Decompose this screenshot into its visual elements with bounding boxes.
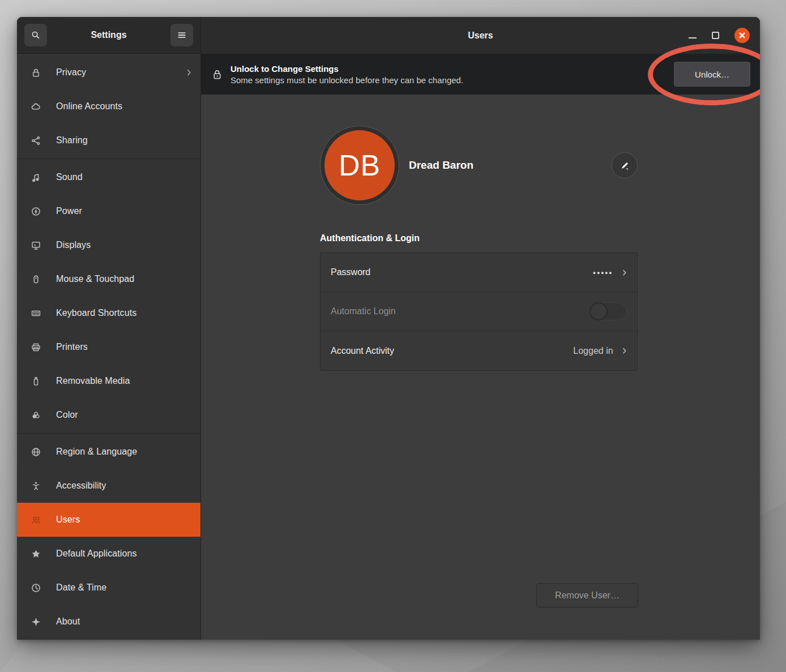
pencil-icon xyxy=(620,161,630,170)
page-title: Users xyxy=(468,31,493,41)
sidebar-item-online-accounts[interactable]: Online Accounts xyxy=(17,89,200,123)
power-icon xyxy=(31,206,42,217)
banner-text: Unlock to Change Settings Some settings … xyxy=(230,64,463,85)
avatar[interactable]: DB xyxy=(320,126,399,205)
automatic-login-row: Automatic Login xyxy=(321,292,637,331)
users-content: DB Dread Baron Authentication & Login xyxy=(201,95,760,640)
password-row[interactable]: Password ••••• › xyxy=(321,253,637,292)
unlock-banner: Unlock to Change Settings Some settings … xyxy=(201,54,760,95)
banner-title: Unlock to Change Settings xyxy=(230,64,463,74)
desktop-background: Settings Privacy › Online Accounts xyxy=(0,0,786,672)
window-controls xyxy=(689,17,750,54)
auth-login-card: Password ••••• › Automatic Login xyxy=(320,252,638,371)
clock-icon xyxy=(31,582,42,593)
sidebar-item-default-applications[interactable]: Default Applications xyxy=(17,537,200,571)
cloud-icon xyxy=(31,101,42,112)
music-note-icon xyxy=(31,172,42,183)
sidebar-item-date-time[interactable]: Date & Time xyxy=(17,571,200,605)
close-button[interactable] xyxy=(734,28,750,43)
printer-icon xyxy=(31,341,42,353)
chevron-right-icon: › xyxy=(622,344,627,357)
sidebar-item-accessibility[interactable]: Accessibility xyxy=(17,469,200,503)
usb-drive-icon xyxy=(31,375,42,387)
keyboard-icon xyxy=(31,307,42,319)
banner-subtitle: Some settings must be unlocked before th… xyxy=(230,75,463,85)
sidebar-item-color[interactable]: Color xyxy=(17,398,200,432)
automatic-login-toggle[interactable] xyxy=(590,302,627,320)
chevron-right-icon: › xyxy=(622,266,627,279)
sidebar-item-sharing[interactable]: Sharing xyxy=(17,123,200,157)
globe-icon xyxy=(31,446,42,457)
sidebar-divider xyxy=(17,433,200,434)
share-icon xyxy=(31,135,42,146)
sidebar-item-printers[interactable]: Printers xyxy=(17,330,200,364)
sidebar-item-users[interactable]: Users xyxy=(17,503,200,537)
user-name: Dread Baron xyxy=(409,159,473,172)
lock-icon xyxy=(31,67,42,78)
minimize-button[interactable] xyxy=(689,37,697,38)
accessibility-icon xyxy=(31,480,42,491)
star-icon xyxy=(31,548,42,559)
password-dots: ••••• xyxy=(593,268,613,277)
sidebar-item-removable-media[interactable]: Removable Media xyxy=(17,364,200,398)
main-panel: Users Unlock to Change Settings xyxy=(201,17,760,640)
lock-icon xyxy=(211,69,223,80)
sidebar-item-region-language[interactable]: Region & Language xyxy=(17,435,200,469)
search-button[interactable] xyxy=(24,24,47,46)
headerbar: Users xyxy=(201,17,760,54)
sidebar-item-keyboard-shortcuts[interactable]: Keyboard Shortcuts xyxy=(17,296,200,330)
color-circles-icon xyxy=(31,409,42,421)
user-header-row: DB Dread Baron xyxy=(320,126,638,205)
users-icon xyxy=(31,514,42,525)
sidebar-title: Settings xyxy=(91,30,126,40)
hamburger-icon xyxy=(177,30,187,40)
avatar-circle: DB xyxy=(324,130,395,200)
sidebar-item-about[interactable]: About xyxy=(17,605,200,639)
sidebar-header: Settings xyxy=(17,17,200,54)
unlock-button[interactable]: Unlock… xyxy=(674,62,750,87)
settings-window: Settings Privacy › Online Accounts xyxy=(17,17,760,640)
maximize-button[interactable] xyxy=(712,32,719,39)
sidebar: Settings Privacy › Online Accounts xyxy=(17,17,201,640)
account-activity-row[interactable]: Account Activity Logged in › xyxy=(321,331,637,370)
toggle-knob xyxy=(590,302,608,320)
account-activity-value: Logged in xyxy=(573,346,613,356)
remove-user-button[interactable]: Remove User… xyxy=(536,583,638,607)
menu-button[interactable] xyxy=(170,24,193,46)
display-icon xyxy=(31,239,42,251)
sidebar-item-displays[interactable]: Displays xyxy=(17,228,200,262)
avatar-initials: DB xyxy=(339,148,381,182)
sidebar-list: Privacy › Online Accounts Sharing Sound xyxy=(17,54,200,640)
close-icon xyxy=(738,32,746,39)
sidebar-divider xyxy=(17,159,200,159)
mouse-icon xyxy=(31,273,42,285)
sidebar-item-privacy[interactable]: Privacy › xyxy=(17,55,200,89)
sidebar-item-sound[interactable]: Sound xyxy=(17,160,200,194)
section-title: Authentication & Login xyxy=(320,233,638,243)
sidebar-item-mouse-touchpad[interactable]: Mouse & Touchpad xyxy=(17,262,200,296)
edit-name-button[interactable] xyxy=(612,152,638,178)
sidebar-item-power[interactable]: Power xyxy=(17,194,200,228)
sparkle-icon xyxy=(31,616,42,627)
search-icon xyxy=(31,30,41,40)
chevron-right-icon: › xyxy=(186,65,191,80)
